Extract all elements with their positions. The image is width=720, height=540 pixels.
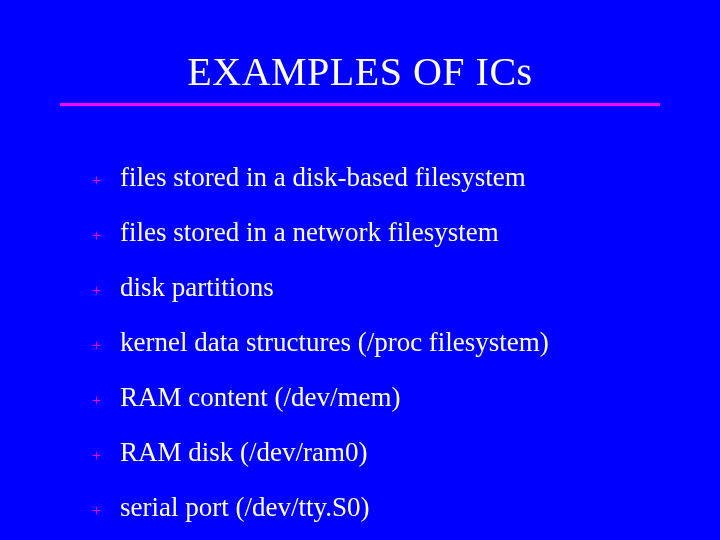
list-item: + RAM disk (/dev/ram0) <box>92 437 660 468</box>
plus-icon: + <box>92 283 120 299</box>
list-item: + kernel data structures (/proc filesyst… <box>92 327 660 358</box>
list-item-text: files stored in a network filesystem <box>120 217 499 248</box>
list-item-text: disk partitions <box>120 272 274 303</box>
list-item-text: serial port (/dev/tty.S0) <box>120 492 369 523</box>
list-item-text: files stored in a disk-based filesystem <box>120 162 526 193</box>
slide-body: + files stored in a disk-based filesyste… <box>0 106 720 523</box>
slide-title: EXAMPLES OF ICs <box>187 48 532 95</box>
plus-icon: + <box>92 503 120 519</box>
list-item: + files stored in a disk-based filesyste… <box>92 162 660 193</box>
list-item: + disk partitions <box>92 272 660 303</box>
list-item-text: kernel data structures (/proc filesystem… <box>120 327 549 358</box>
title-area: EXAMPLES OF ICs <box>0 0 720 106</box>
plus-icon: + <box>92 448 120 464</box>
plus-icon: + <box>92 228 120 244</box>
plus-icon: + <box>92 393 120 409</box>
list-item: + RAM content (/dev/mem) <box>92 382 660 413</box>
list-item-text: RAM disk (/dev/ram0) <box>120 437 367 468</box>
list-item: + files stored in a network filesystem <box>92 217 660 248</box>
plus-icon: + <box>92 173 120 189</box>
list-item: + serial port (/dev/tty.S0) <box>92 492 660 523</box>
plus-icon: + <box>92 338 120 354</box>
list-item-text: RAM content (/dev/mem) <box>120 382 400 413</box>
slide: EXAMPLES OF ICs + files stored in a disk… <box>0 0 720 540</box>
